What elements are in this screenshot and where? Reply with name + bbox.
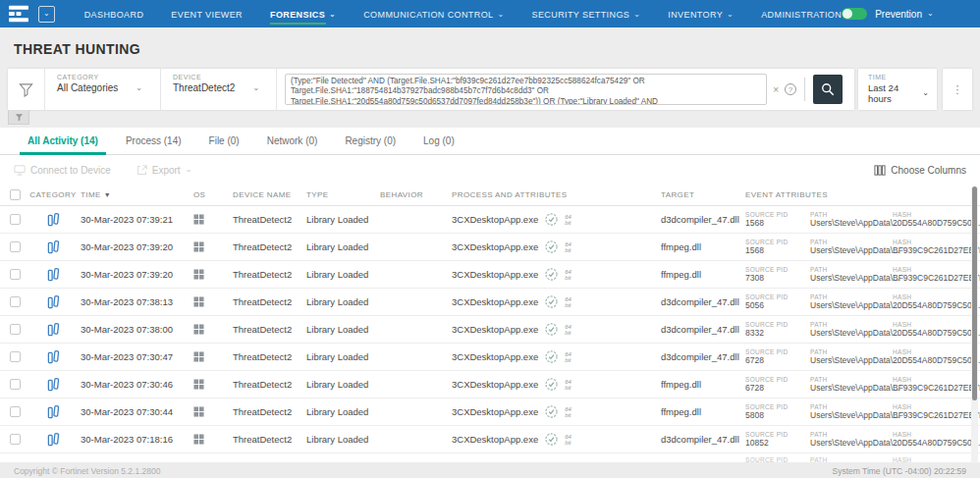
clear-query-icon[interactable]: ×	[773, 84, 779, 95]
hash-label: HASH	[893, 403, 975, 410]
table-row[interactable]: 30-Mar-2023 07:30:47 ThreatDetect2 Libra…	[0, 344, 980, 371]
query-help-icon[interactable]: ?	[785, 83, 796, 95]
row-type: Library Loaded	[302, 296, 376, 307]
chevron-down-icon: ⌄	[252, 84, 259, 92]
row-process-name: 3CXDesktopApp.exe	[452, 324, 538, 335]
row-checkbox[interactable]	[10, 296, 21, 307]
64bit-icon: 64bit	[565, 406, 572, 418]
scrollbar-thumb[interactable]	[972, 186, 977, 400]
hash-label: HASH	[893, 293, 975, 300]
mode-selector[interactable]: Prevention⌄	[875, 9, 934, 20]
header-device-name[interactable]: DEVICE NAME	[229, 190, 302, 199]
path-label: PATH	[810, 348, 893, 355]
row-process-name: 3CXDesktopApp.exe	[452, 351, 538, 362]
chevron-down-icon: ⌄	[136, 84, 142, 92]
export-button[interactable]: Export ⌄	[136, 165, 192, 176]
vertical-scrollbar[interactable]	[971, 186, 978, 463]
header-time[interactable]: TIME▼	[77, 190, 190, 199]
search-button[interactable]	[813, 75, 843, 104]
row-process-name: 3CXDesktopApp.exe	[452, 241, 538, 252]
tab-network[interactable]: Network (0)	[253, 128, 332, 154]
row-checkbox[interactable]	[10, 379, 21, 390]
table-row[interactable]: 30-Mar-2023 07:38:00 ThreatDetect2 Libra…	[0, 316, 980, 344]
header-target[interactable]: TARGET	[653, 190, 741, 199]
filter-funnel-button[interactable]	[8, 69, 45, 110]
chevron-down-icon: ⌄	[497, 11, 504, 19]
row-checkbox[interactable]	[10, 434, 21, 445]
connect-to-device-button[interactable]: Connect to Device	[14, 165, 111, 176]
tab-registry[interactable]: Registry (0)	[331, 128, 409, 154]
category-dropdown[interactable]: CATEGORY All Categories⌄	[45, 69, 161, 110]
64bit-icon: 64bit	[565, 296, 572, 308]
nav-item-inventory[interactable]: INVENTORY⌄	[668, 2, 734, 27]
row-device-name: ThreatDetect2	[229, 324, 302, 335]
library-category-icon	[47, 295, 60, 309]
table-row[interactable]: 30-Mar-2023 07:39:20 ThreatDetect2 Libra…	[0, 261, 980, 289]
row-device-name: ThreatDetect2	[229, 406, 302, 417]
source-pid-value: 6728	[745, 355, 810, 365]
windows-os-icon	[193, 296, 204, 307]
nav-item-event-viewer[interactable]: EVENT VIEWER	[171, 2, 243, 27]
header-process-attributes[interactable]: PROCESS AND ATTRIBUTES	[448, 190, 653, 199]
table-row[interactable]: 30-Mar-2023 07:39:21 ThreatDetect2 Libra…	[0, 206, 980, 234]
row-process-name: 3CXDesktopApp.exe	[452, 296, 538, 307]
header-event-attributes[interactable]: EVENT ATTRIBUTES	[741, 190, 980, 199]
filter-panel: CATEGORY All Categories⌄ DEVICE ThreatDe…	[8, 69, 854, 110]
row-device-name: ThreatDetect2	[229, 214, 302, 225]
row-checkbox[interactable]	[10, 241, 21, 252]
verified-check-icon	[545, 240, 558, 253]
header-type[interactable]: TYPE	[302, 190, 376, 199]
row-time: 30-Mar-2023 07:18:16	[77, 434, 190, 445]
row-device-name: ThreatDetect2	[229, 434, 302, 445]
source-pid-value: 5808	[745, 410, 810, 420]
hash-value: BF939C9C261D27EE7B...	[893, 383, 975, 393]
nav-item-forensics[interactable]: FORENSICS⌄	[270, 2, 336, 27]
row-type: Library Loaded	[302, 269, 376, 280]
tab-log[interactable]: Log (0)	[409, 128, 468, 154]
nav-item-dashboard[interactable]: DASHBOARD	[84, 2, 144, 27]
organization-selector[interactable]: ⌄	[38, 6, 55, 23]
query-input[interactable]: (Type:"File Detected" AND (Target.File.S…	[285, 74, 767, 105]
select-all-checkbox[interactable]	[10, 189, 21, 200]
table-row[interactable]: 30-Mar-2023 07:18:16 ThreatDetect2 Libra…	[0, 426, 980, 453]
row-time: 30-Mar-2023 07:30:47	[77, 351, 190, 362]
header-os[interactable]: OS	[190, 190, 229, 199]
row-checkbox[interactable]	[10, 214, 21, 225]
header-category[interactable]: CATEGORY	[29, 190, 77, 199]
row-device-name: ThreatDetect2	[229, 296, 302, 307]
hash-label: HASH	[893, 211, 975, 218]
nav-item-communication-control[interactable]: COMMUNICATION CONTROL⌄	[363, 2, 504, 27]
tab-file[interactable]: File (0)	[195, 128, 253, 154]
time-range-dropdown[interactable]: TIME Last 24 hours⌄	[858, 69, 937, 110]
row-checkbox[interactable]	[10, 269, 21, 280]
prevention-mode-toggle[interactable]	[842, 8, 867, 20]
table-row[interactable]: 30-Mar-2023 07:30:46 ThreatDetect2 Libra…	[0, 371, 980, 398]
funnel-icon	[19, 82, 33, 97]
saved-queries-toggle[interactable]	[8, 110, 29, 125]
table-row[interactable]: 30-Mar-2023 07:30:44 ThreatDetect2 Libra…	[0, 398, 980, 426]
table-row[interactable]: 30-Mar-2023 07:39:20 ThreatDetect2 Libra…	[0, 234, 980, 261]
hash-label: HASH	[893, 239, 975, 245]
nav-item-administration[interactable]: ADMINISTRATION	[761, 2, 842, 27]
row-checkbox[interactable]	[10, 351, 21, 362]
choose-columns-button[interactable]: Choose Columns	[874, 165, 966, 176]
source-pid-label: SOURCE PID	[745, 431, 810, 438]
device-dropdown[interactable]: DEVICE ThreatDetect2⌄	[161, 69, 277, 110]
row-checkbox[interactable]	[10, 324, 21, 335]
header-behavior[interactable]: BEHAVIOR	[376, 190, 448, 199]
library-category-icon	[47, 433, 60, 447]
chevron-down-icon: ⌄	[329, 11, 336, 19]
table-toolbar: Connect to Device Export ⌄ Choose Column…	[0, 155, 980, 185]
copyright-text: Copyright © Fortinet Version 5.2.1.2800	[14, 466, 160, 476]
tab-all-activity[interactable]: All Activity (14)	[14, 128, 112, 154]
tab-process[interactable]: Process (14)	[112, 128, 195, 154]
windows-os-icon	[193, 214, 204, 225]
windows-os-icon	[193, 241, 204, 252]
row-type: Library Loaded	[302, 241, 376, 252]
row-checkbox[interactable]	[10, 406, 21, 417]
row-type: Library Loaded	[302, 324, 376, 335]
nav-item-security-settings[interactable]: SECURITY SETTINGS⌄	[532, 2, 641, 27]
row-type: Library Loaded	[302, 434, 376, 445]
table-row[interactable]: 30-Mar-2023 07:38:13 ThreatDetect2 Libra…	[0, 289, 980, 316]
more-options-button[interactable]: ⋮	[943, 69, 972, 110]
